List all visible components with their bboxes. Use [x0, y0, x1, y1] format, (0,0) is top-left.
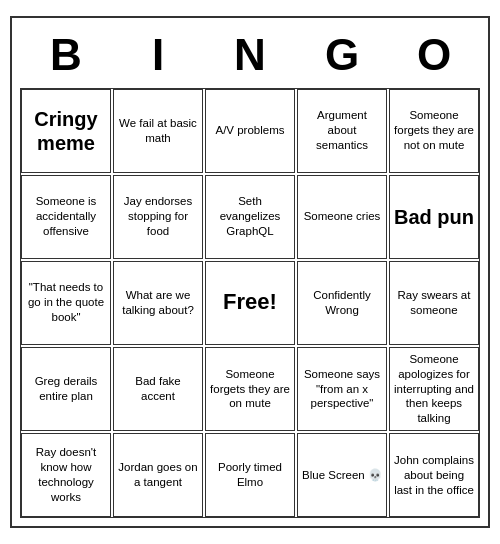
bingo-cell-14[interactable]: Ray swears at someone — [389, 261, 479, 345]
bingo-cell-1[interactable]: We fail at basic math — [113, 89, 203, 173]
bingo-cell-18[interactable]: Someone says "from an x perspective" — [297, 347, 387, 432]
letter-b: B — [22, 30, 110, 80]
letter-n: N — [206, 30, 294, 80]
bingo-grid: Cringy memeWe fail at basic mathA/V prob… — [20, 88, 480, 519]
bingo-cell-7[interactable]: Seth evangelizes GraphQL — [205, 175, 295, 259]
bingo-cell-16[interactable]: Bad fake accent — [113, 347, 203, 432]
bingo-cell-24[interactable]: John complains about being last in the o… — [389, 433, 479, 517]
bingo-cell-19[interactable]: Someone apologizes for interrupting and … — [389, 347, 479, 432]
bingo-cell-13[interactable]: Confidently Wrong — [297, 261, 387, 345]
bingo-cell-17[interactable]: Someone forgets they are on mute — [205, 347, 295, 432]
bingo-header: B I N G O — [20, 26, 480, 88]
bingo-cell-8[interactable]: Someone cries — [297, 175, 387, 259]
bingo-card: B I N G O Cringy memeWe fail at basic ma… — [10, 16, 490, 529]
bingo-cell-23[interactable]: Blue Screen 💀 — [297, 433, 387, 517]
bingo-cell-6[interactable]: Jay endorses stopping for food — [113, 175, 203, 259]
letter-i: I — [114, 30, 202, 80]
bingo-cell-22[interactable]: Poorly timed Elmo — [205, 433, 295, 517]
bingo-cell-4[interactable]: Someone forgets they are not on mute — [389, 89, 479, 173]
bingo-cell-5[interactable]: Someone is accidentally offensive — [21, 175, 111, 259]
bingo-cell-12[interactable]: Free! — [205, 261, 295, 345]
bingo-cell-20[interactable]: Ray doesn't know how technology works — [21, 433, 111, 517]
bingo-cell-10[interactable]: "That needs to go in the quote book" — [21, 261, 111, 345]
bingo-cell-0[interactable]: Cringy meme — [21, 89, 111, 173]
bingo-cell-3[interactable]: Argument about semantics — [297, 89, 387, 173]
bingo-cell-2[interactable]: A/V problems — [205, 89, 295, 173]
bingo-cell-21[interactable]: Jordan goes on a tangent — [113, 433, 203, 517]
bingo-cell-11[interactable]: What are we talking about? — [113, 261, 203, 345]
letter-o: O — [390, 30, 478, 80]
bingo-cell-9[interactable]: Bad pun — [389, 175, 479, 259]
bingo-cell-15[interactable]: Greg derails entire plan — [21, 347, 111, 432]
letter-g: G — [298, 30, 386, 80]
